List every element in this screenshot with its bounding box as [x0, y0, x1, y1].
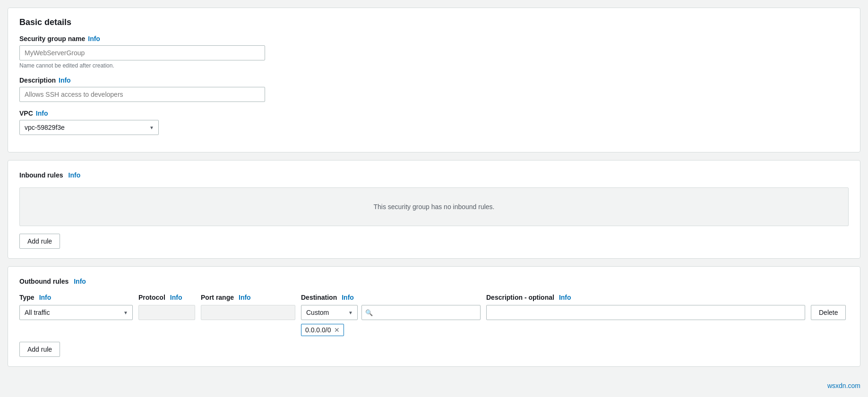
- vpc-select-wrapper: vpc-59829f3e ▼: [19, 120, 159, 135]
- description-info-link[interactable]: Info: [59, 76, 71, 84]
- destination-search-input[interactable]: [361, 305, 481, 320]
- destination-search-wrapper: 🔍: [361, 305, 481, 320]
- col-header-protocol: Protocol Info: [138, 294, 195, 301]
- col-destination-info-link[interactable]: Info: [342, 294, 354, 301]
- inbound-rules-info-link[interactable]: Info: [69, 171, 81, 179]
- security-group-name-info-link[interactable]: Info: [88, 35, 100, 42]
- col-header-port-range: Port range Info: [201, 294, 295, 301]
- outbound-rules-title: Outbound rules Info: [19, 276, 849, 286]
- col-header-type: Type Info: [19, 294, 133, 301]
- vpc-label: VPC Info: [19, 110, 849, 117]
- destination-type-select[interactable]: CustomAnywhere-IPv4Anywhere-IPv6My IP: [301, 305, 358, 320]
- outbound-rules-table: Type Info Protocol Info Port range Info …: [19, 294, 849, 336]
- security-group-name-field: Security group name Info Name cannot be …: [19, 35, 849, 69]
- inbound-rules-section: Inbound rules Info This security group h…: [8, 160, 860, 259]
- outbound-delete-cell: Delete: [811, 305, 849, 320]
- outbound-description-cell: [486, 305, 805, 320]
- cidr-tag: 0.0.0.0/0 ✕: [301, 324, 344, 336]
- col-header-destination: Destination Info: [301, 294, 481, 301]
- watermark: wsxdn.com: [827, 382, 860, 389]
- vpc-info-link[interactable]: Info: [36, 110, 48, 117]
- col-protocol-info-link[interactable]: Info: [170, 294, 182, 301]
- outbound-destination-cell: CustomAnywhere-IPv4Anywhere-IPv6My IP ▼ …: [301, 305, 481, 336]
- outbound-protocol-cell: All: [138, 305, 195, 320]
- destination-search-icon: 🔍: [365, 309, 373, 316]
- outbound-table-header: Type Info Protocol Info Port range Info …: [19, 294, 849, 301]
- col-header-description: Description - optional Info: [486, 294, 805, 301]
- cidr-tags-container: 0.0.0.0/0 ✕: [301, 324, 481, 336]
- outbound-footer: Add rule: [19, 342, 849, 357]
- col-description-info-link[interactable]: Info: [559, 294, 571, 301]
- destination-type-select-wrapper: CustomAnywhere-IPv4Anywhere-IPv6My IP ▼: [301, 305, 358, 320]
- outbound-protocol-input: All: [138, 305, 195, 320]
- outbound-port-range-cell: All: [201, 305, 295, 320]
- security-group-name-input[interactable]: [19, 45, 265, 60]
- outbound-type-cell: All trafficCustom TCPCustom UDPAll TCPAl…: [19, 305, 133, 320]
- security-group-name-hint: Name cannot be edited after creation.: [19, 62, 849, 69]
- outbound-description-input[interactable]: [486, 305, 805, 320]
- description-field: Description Info: [19, 76, 849, 102]
- outbound-rules-info-link[interactable]: Info: [74, 278, 86, 285]
- destination-wrapper: CustomAnywhere-IPv4Anywhere-IPv6My IP ▼ …: [301, 305, 481, 336]
- basic-details-section: Basic details Security group name Info N…: [8, 8, 860, 152]
- outbound-delete-button[interactable]: Delete: [811, 305, 846, 320]
- outbound-rules-section: Outbound rules Info Type Info Protocol I…: [8, 266, 860, 367]
- description-label: Description Info: [19, 76, 849, 84]
- inbound-rules-empty: This security group has no inbound rules…: [19, 187, 849, 226]
- outbound-port-range-input: All: [201, 305, 295, 320]
- outbound-table-row: All trafficCustom TCPCustom UDPAll TCPAl…: [19, 305, 849, 336]
- inbound-rules-title: Inbound rules Info: [19, 170, 849, 180]
- inbound-add-rule-button[interactable]: Add rule: [19, 234, 60, 249]
- col-port-range-info-link[interactable]: Info: [239, 294, 251, 301]
- cidr-remove-button[interactable]: ✕: [334, 327, 340, 333]
- col-type-info-link[interactable]: Info: [39, 294, 52, 301]
- destination-top: CustomAnywhere-IPv4Anywhere-IPv6My IP ▼ …: [301, 305, 481, 320]
- basic-details-title: Basic details: [19, 17, 849, 27]
- security-group-name-label: Security group name Info: [19, 35, 849, 42]
- outbound-type-select[interactable]: All trafficCustom TCPCustom UDPAll TCPAl…: [19, 305, 133, 320]
- description-input[interactable]: [19, 87, 265, 102]
- vpc-field: VPC Info vpc-59829f3e ▼: [19, 110, 849, 135]
- vpc-select[interactable]: vpc-59829f3e: [19, 120, 159, 135]
- outbound-add-rule-button[interactable]: Add rule: [19, 342, 60, 357]
